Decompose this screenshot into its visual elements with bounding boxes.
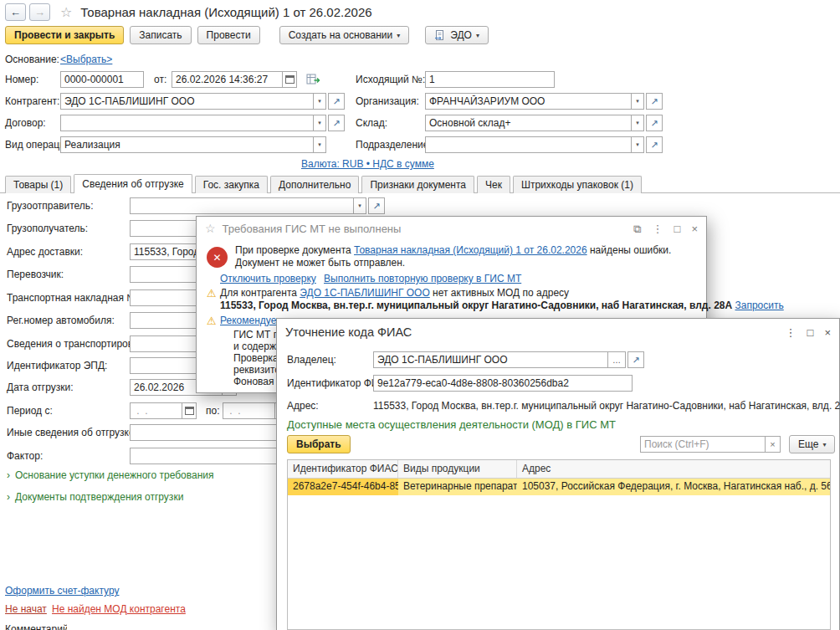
error-text: При проверке документа [235,244,354,256]
department-open-icon[interactable]: ↗ [646,136,663,153]
mod-section-title: Доступные места осуществления деятельнос… [287,418,616,431]
owner-input[interactable] [373,351,607,368]
get-link-icon[interactable]: ⧉ [633,223,641,234]
window-buttons: ⧉ ⋮ □ × [633,223,698,234]
organization-open-icon[interactable]: ↗ [646,93,663,110]
counterparty-open-icon[interactable]: ↗ [328,93,345,110]
favorite-star-icon[interactable]: ☆ [205,222,216,235]
forward-button[interactable]: → [29,3,50,21]
document-link[interactable]: Товарная накладная (Исходящий) 1 от 26.0… [354,244,587,256]
period-to-input[interactable] [223,402,274,419]
write-button[interactable]: Записать [130,26,191,44]
select-button[interactable]: Выбрать [287,435,351,453]
department-input[interactable] [425,136,631,153]
number-input[interactable] [60,71,144,88]
close-icon[interactable]: × [691,223,698,234]
recheck-gis-link[interactable]: Выполнить повторную проверку в ГИС МТ [324,273,521,284]
gis-warning-address-line: 115533, Город Москва, вн.тер.г. муниципа… [220,300,784,311]
contract-open-icon[interactable]: ↗ [328,115,345,131]
gis-dialog-titlebar[interactable]: ☆ Требования ГИС МТ не выполнены ⧉ ⋮ □ × [197,217,706,240]
write-label: Записать [139,29,182,41]
calendar-icon[interactable] [182,402,197,419]
comment-input[interactable] [67,622,268,630]
owner-open-icon[interactable]: ↗ [627,351,644,368]
address-label: Адрес: [287,400,319,412]
chevron-down-icon[interactable]: ▾ [313,115,326,131]
calendar-icon[interactable] [282,71,297,88]
post-button[interactable]: Провести [197,26,260,44]
tab-shipment-info[interactable]: Сведения об отгрузке [74,174,192,193]
consignee-label: Грузополучатель: [7,223,88,234]
chevron-down-icon[interactable]: ▾ [313,136,326,153]
counterparty-link[interactable]: ЭДО 1С-ПАБЛИШИНГ ООО [300,287,429,299]
chevron-down-icon[interactable]: ▾ [631,136,644,153]
ellipsis-icon[interactable]: … [607,351,626,368]
edo-button[interactable]: ЭДО ▾ [425,26,489,44]
create-invoice-link[interactable]: Оформить счет-фактуру [5,585,119,597]
counterparty-input[interactable] [60,93,313,110]
post-and-close-button[interactable]: Провести и закрыть [5,26,124,44]
edo-status-link[interactable]: Не начат [5,603,47,615]
chevron-down-icon[interactable]: ▾ [313,93,326,110]
cell-address[interactable]: 105037, Российская Федерация, г. Москва,… [517,479,830,495]
request-mod-link[interactable]: Запросить [735,300,784,311]
clear-search-icon[interactable]: × [766,436,781,453]
disable-check-link[interactable]: Отключить проверку [220,273,316,284]
warehouse-field: ▾ ↗ [425,115,663,131]
tab-package-barcodes[interactable]: Штрихкоды упаковок (1) [513,176,642,193]
tab-document-flags[interactable]: Признаки документа [361,176,474,193]
contract-input[interactable] [60,115,313,131]
error-icon: ✕ [207,247,228,268]
chevron-down-icon[interactable]: ▾ [631,93,644,110]
tab-gov-purchase[interactable]: Гос. закупка [195,176,268,193]
document-date-input[interactable] [172,71,282,88]
gis-error-line1: При проверке документа Товарная накладна… [235,244,671,256]
favorite-star-icon[interactable]: ☆ [60,4,72,20]
back-button[interactable]: ← [5,3,26,21]
column-header[interactable]: Адрес [517,460,830,478]
chevron-down-icon: ▾ [476,32,479,39]
maximize-icon[interactable]: □ [674,223,681,234]
chevron-down-icon: ▾ [397,32,400,39]
chevron-down-icon[interactable]: ▾ [631,115,644,131]
fias-dialog-titlebar[interactable]: Уточнение кода ФИАС ⋮ □ × [277,319,839,346]
contract-field: ▾ ↗ [60,115,345,131]
table-row[interactable]: 2678a2e7-454f-46b4-85... Ветеринарные пр… [288,479,830,495]
tab-additional[interactable]: Дополнительно [270,176,359,193]
period-from-input[interactable] [130,402,182,419]
department-field: ▾ ↗ [425,136,663,153]
mod-not-found-link[interactable]: Не найден МОД контрагента [52,603,186,615]
currency-vat-link[interactable]: Валюта: RUB • НДС в сумме [301,158,434,170]
tab-products[interactable]: Товары (1) [5,176,71,193]
post-and-close-label: Провести и закрыть [14,29,115,41]
cell-fias-id[interactable]: 2678a2e7-454f-46b4-85... [288,479,398,495]
consignor-input[interactable] [130,197,353,214]
set-date-icon[interactable] [306,73,320,85]
outgoing-number-input[interactable] [425,71,555,88]
group-assignment-basis[interactable]: › Основание уступки денежного требования [7,469,213,481]
back-icon: ← [10,6,21,18]
warehouse-input[interactable] [425,115,631,131]
consignor-open-icon[interactable]: ↗ [368,197,385,214]
basis-select-link[interactable]: <Выбрать> [60,54,112,65]
more-button[interactable]: Еще ▾ [789,435,835,453]
close-icon[interactable]: × [824,327,831,338]
column-header[interactable]: Виды продукции [398,460,517,478]
organization-input[interactable] [425,93,631,110]
window-buttons: ⋮ □ × [786,327,831,338]
search-input[interactable] [640,436,766,453]
group-shipment-confirm-docs[interactable]: › Документы подтверждения отгрузки [7,491,183,503]
tab-receipt[interactable]: Чек [477,176,510,193]
column-header[interactable]: Идентификатор ФИАС [288,460,398,478]
more-menu-icon[interactable]: ⋮ [653,223,663,234]
operation-type-input[interactable] [60,136,313,153]
warehouse-open-icon[interactable]: ↗ [646,115,663,131]
chevron-down-icon[interactable]: ▾ [353,197,366,214]
fias-id-input[interactable] [373,375,633,392]
tab-label: Чек [485,179,502,191]
maximize-icon[interactable]: □ [807,327,814,338]
create-on-basis-button[interactable]: Создать на основании ▾ [279,26,410,44]
more-menu-icon[interactable]: ⋮ [786,327,796,338]
cell-product-types[interactable]: Ветеринарные препараты [398,479,517,495]
transport-info-label: Сведения о транспортировке: [7,338,146,350]
